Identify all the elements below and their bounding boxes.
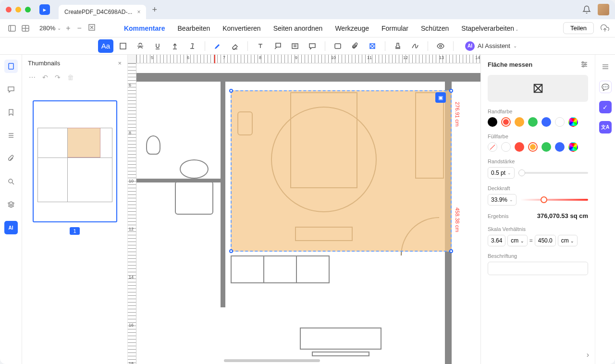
color-white[interactable] [501, 142, 511, 152]
menu-formular[interactable]: Formular [381, 24, 408, 32]
color-picker[interactable] [568, 117, 578, 127]
comments-tab-icon[interactable] [4, 83, 18, 96]
highlighter-tool[interactable] [210, 39, 225, 53]
eraser-tool[interactable] [227, 39, 243, 53]
ai-tab-icon[interactable]: AI [4, 221, 18, 234]
document-tab[interactable]: CreatePDF_D4C698AD-... × [59, 5, 146, 19]
menu-kommentare[interactable]: Kommentare [124, 24, 165, 32]
close-tab-icon[interactable]: × [137, 9, 140, 15]
resize-handle[interactable] [229, 89, 233, 93]
strikethrough-tool[interactable] [133, 39, 148, 53]
outline-tab-icon[interactable] [4, 129, 18, 142]
scale-from-value[interactable]: 3.64 [488, 235, 505, 246]
thickness-slider[interactable] [518, 172, 588, 174]
menu-seiten-anordnen[interactable]: Seiten anordnen [273, 24, 323, 32]
share-button[interactable]: Teilen [563, 22, 594, 34]
thumbnails-tab-icon[interactable] [4, 60, 18, 73]
color-white[interactable] [555, 117, 565, 127]
menu-stapelverarbeiten[interactable]: Stapelverarbeiten⌄ [461, 24, 519, 32]
resize-handle[interactable] [449, 89, 453, 93]
selection-type-icon[interactable]: ▣ [435, 92, 446, 103]
resize-handle[interactable] [449, 249, 453, 253]
signature-tool[interactable] [407, 39, 423, 53]
color-picker[interactable] [568, 142, 578, 152]
opacity-select[interactable]: 33.9% ⌄ [488, 194, 517, 206]
cloud-upload-icon[interactable] [601, 24, 609, 33]
tool-preview [488, 75, 588, 102]
color-blue[interactable] [555, 142, 565, 152]
callout-tool[interactable] [270, 39, 285, 53]
user-avatar[interactable] [598, 4, 609, 15]
color-none[interactable] [488, 142, 497, 152]
attachment-tool[interactable] [347, 39, 363, 53]
color-black[interactable] [488, 117, 497, 127]
color-orange[interactable] [515, 117, 524, 127]
underline-tool[interactable] [150, 39, 165, 53]
result-row: Ergebnis 376,070.53 sq cm [488, 212, 588, 219]
scale-to-unit[interactable]: cm ⌄ [558, 235, 578, 246]
thickness-select[interactable]: 0.5 pt ⌄ [488, 167, 515, 179]
color-red[interactable] [515, 142, 524, 152]
minimize-window-button[interactable] [15, 7, 21, 12]
visibility-tool[interactable] [433, 39, 448, 53]
zoom-level[interactable]: 280% ⌄ [39, 24, 61, 32]
text-correction-tool[interactable] [184, 39, 200, 53]
adjust-icon[interactable] [599, 61, 612, 73]
bookmarks-tab-icon[interactable] [4, 106, 18, 119]
caption-input[interactable] [488, 262, 588, 275]
left-sidebar-rail: AI [0, 55, 22, 364]
note-tool[interactable] [287, 39, 303, 53]
color-red[interactable] [501, 117, 511, 127]
add-tab-button[interactable]: + [152, 5, 157, 15]
color-orange[interactable] [528, 142, 538, 152]
measure-area-tool[interactable] [365, 39, 380, 53]
rotate-left-icon[interactable]: ↶ [42, 73, 48, 81]
close-panel-icon[interactable]: × [118, 60, 122, 67]
attachments-tab-icon[interactable] [4, 152, 18, 165]
layers-tab-icon[interactable] [4, 198, 18, 211]
zoom-out-button[interactable]: − [77, 24, 82, 33]
expand-panel-icon[interactable]: › [587, 351, 589, 359]
page-thumbnail[interactable]: 1 [33, 100, 117, 235]
ai-check-icon[interactable]: ✓ [599, 101, 612, 113]
area-selection[interactable] [231, 90, 452, 252]
zoom-in-button[interactable]: + [66, 24, 70, 33]
stamp-tool[interactable] [390, 39, 406, 53]
document-canvas[interactable]: 5 6 7 8 9 10 11 12 13 14 6 8 10 12 14 16… [128, 55, 480, 364]
horizontal-scrollbar[interactable] [224, 359, 320, 362]
scale-to-value[interactable]: 450.0 [535, 235, 556, 246]
delete-page-icon[interactable]: 🗑 [67, 73, 74, 81]
scale-from-unit[interactable]: cm ⌄ [507, 235, 527, 246]
more-options-icon[interactable]: ⋯ [29, 73, 36, 81]
fit-page-icon[interactable] [88, 24, 95, 33]
sidebar-toggle-icon[interactable] [6, 23, 18, 34]
area-select-tool[interactable] [115, 39, 131, 53]
panel-settings-icon[interactable] [580, 61, 588, 68]
menu-schuetzen[interactable]: Schützen [421, 24, 449, 32]
search-tab-icon[interactable] [4, 175, 18, 188]
maximize-window-button[interactable] [25, 7, 31, 12]
comment-tool[interactable] [305, 39, 320, 53]
grid-view-icon[interactable] [19, 23, 32, 34]
vertical-ruler[interactable]: 6 8 10 12 14 16 18 [128, 63, 136, 364]
color-blue[interactable] [541, 117, 551, 127]
color-green[interactable] [528, 117, 538, 127]
close-window-button[interactable] [6, 7, 12, 12]
cabinets [231, 255, 336, 284]
opacity-slider[interactable] [520, 199, 588, 201]
color-green[interactable] [541, 142, 551, 152]
horizontal-ruler[interactable]: 5 6 7 8 9 10 11 12 13 14 [136, 55, 480, 63]
menu-werkzeuge[interactable]: Werkzeuge [335, 24, 369, 32]
rotate-right-icon[interactable]: ↷ [55, 73, 61, 81]
text-box-tool[interactable] [253, 39, 268, 53]
ai-translate-icon[interactable]: 文A [599, 121, 612, 133]
caret-insert-tool[interactable] [167, 39, 183, 53]
notifications-icon[interactable] [582, 5, 591, 14]
ai-assistant-button[interactable]: AI AI Assistent ⌄ [465, 41, 517, 51]
resize-handle[interactable] [229, 249, 233, 253]
text-annotation-tool[interactable]: Aa [98, 39, 113, 53]
rectangle-tool[interactable] [330, 39, 345, 53]
ai-chat-icon[interactable]: 💬 [599, 81, 612, 93]
menu-bearbeiten[interactable]: Bearbeiten [178, 24, 210, 32]
menu-konvertieren[interactable]: Konvertieren [222, 24, 260, 32]
